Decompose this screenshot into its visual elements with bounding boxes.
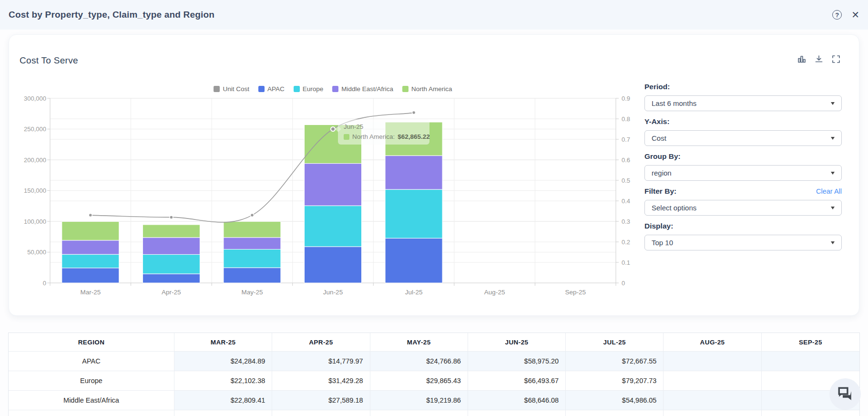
- table-row: APAC$24,284.89$14,779.97$24,766.86$58,97…: [9, 352, 859, 371]
- chart-controls: Period: Last 6 months Y-Axis: Cost Group…: [644, 83, 842, 257]
- svg-text:0.3: 0.3: [622, 218, 630, 225]
- value-cell: $14,779.97: [272, 352, 370, 371]
- line-point: [89, 214, 92, 217]
- svg-text:Sep-25: Sep-25: [565, 289, 586, 296]
- display-label: Display:: [644, 222, 673, 230]
- bar-segment: [305, 164, 362, 206]
- y-axis-group: Y-Axis: Cost: [644, 117, 842, 146]
- column-header: APR-25: [272, 333, 370, 352]
- close-icon[interactable]: ✕: [851, 10, 859, 20]
- value-cell: $72,667.55: [566, 352, 664, 371]
- value-cell: [664, 391, 761, 410]
- bar-segment: [224, 221, 281, 237]
- cost-to-serve-card: Cost To Serve Unit CostAPACEuropeMiddle …: [9, 34, 859, 316]
- forum-chat-icon: [837, 386, 853, 402]
- column-header: MAY-25: [370, 333, 468, 352]
- value-cell: [762, 352, 859, 371]
- chart-toolbar: [797, 54, 841, 64]
- svg-text:200,000: 200,000: [24, 156, 46, 164]
- chart-type-icon[interactable]: [797, 54, 807, 64]
- table-header-row: REGIONMAR-25APR-25MAY-25JUN-25JUL-25AUG-…: [9, 333, 859, 352]
- period-select[interactable]: Last 6 months: [644, 95, 842, 111]
- cost-to-serve-chart[interactable]: 050,000100,000150,000200,000250,000300,0…: [15, 82, 644, 301]
- region-cell: Middle East/Africa: [9, 391, 174, 410]
- value-cell: $79,207.73: [566, 371, 664, 391]
- tooltip-series-swatch: [344, 134, 349, 140]
- fullscreen-icon[interactable]: [831, 54, 841, 64]
- value-cell: $66,493.67: [468, 371, 566, 391]
- region-cost-table: REGIONMAR-25APR-25MAY-25JUN-25JUL-25AUG-…: [8, 333, 860, 416]
- svg-text:0.5: 0.5: [622, 177, 630, 184]
- svg-text:Apr-25: Apr-25: [162, 289, 181, 296]
- chevron-down-icon: [831, 102, 835, 105]
- value-cell: $27,589.18: [272, 391, 370, 410]
- value-cell: $31,429.28: [272, 371, 370, 391]
- svg-text:300,000: 300,000: [24, 95, 46, 102]
- filter-by-label: Filter By:: [644, 187, 676, 196]
- svg-text:100,000: 100,000: [24, 218, 46, 225]
- tooltip-title: Jun-25: [344, 123, 424, 130]
- tooltip-value: $62,865.22: [398, 133, 430, 140]
- tooltip-series-label: North America:: [352, 133, 395, 140]
- filter-by-select[interactable]: Select options: [644, 200, 842, 216]
- value-cell: $68,646.08: [468, 391, 566, 410]
- bar-segment: [385, 189, 442, 238]
- period-group: Period: Last 6 months: [644, 83, 842, 111]
- svg-text:250,000: 250,000: [24, 125, 46, 133]
- svg-text:0.9: 0.9: [622, 95, 630, 102]
- value-cell: [370, 410, 468, 416]
- value-cell: $22,809.41: [174, 391, 272, 410]
- value-cell: $24,284.89: [174, 352, 272, 371]
- value-cell: $58,975.20: [468, 352, 566, 371]
- svg-text:0.1: 0.1: [622, 259, 630, 266]
- bar-segment: [224, 238, 281, 250]
- value-cell: [468, 410, 566, 416]
- value-cell: [566, 410, 664, 416]
- bar-segment: [224, 268, 281, 283]
- value-cell: [664, 352, 761, 371]
- svg-text:150,000: 150,000: [24, 187, 46, 194]
- group-by-label: Group By:: [644, 152, 681, 161]
- svg-text:0: 0: [43, 280, 46, 287]
- svg-text:Mar-25: Mar-25: [80, 289, 101, 296]
- svg-text:0.4: 0.4: [622, 198, 630, 205]
- chevron-down-icon: [831, 137, 835, 140]
- value-cell: $22,102.38: [174, 371, 272, 391]
- bar-segment: [143, 238, 200, 255]
- column-header: MAR-25: [174, 333, 272, 352]
- titlebar-actions: ? ✕: [832, 10, 859, 20]
- bar-segment: [62, 268, 119, 283]
- clear-all-link[interactable]: Clear All: [816, 187, 842, 195]
- value-cell: [664, 371, 761, 391]
- y-axis-label: Y-Axis:: [644, 117, 670, 126]
- tooltip-series-row: North America: $62,865.22: [344, 133, 424, 140]
- display-group: Display: Top 10: [644, 222, 842, 250]
- bar-segment: [143, 225, 200, 238]
- column-header: AUG-25: [664, 333, 761, 352]
- y-axis-select[interactable]: Cost: [644, 130, 842, 146]
- window-titlebar: Cost by Property_type, Claim_type and Re…: [0, 0, 868, 30]
- value-cell: $29,865.43: [370, 371, 468, 391]
- value-cell: [664, 410, 761, 416]
- svg-text:Jun-25: Jun-25: [323, 289, 343, 296]
- display-select[interactable]: Top 10: [644, 235, 842, 250]
- region-cell: Europe: [9, 371, 174, 391]
- stacked-bars: [62, 122, 442, 283]
- bar-segment: [62, 254, 119, 268]
- region-cell: [9, 410, 174, 416]
- help-icon[interactable]: ?: [832, 10, 842, 20]
- group-by-group: Group By: region: [644, 152, 842, 181]
- chevron-down-icon: [831, 172, 835, 175]
- value-cell: [762, 410, 859, 416]
- bar-segment: [305, 247, 362, 283]
- value-cell: $24,766.86: [370, 352, 468, 371]
- chevron-down-icon: [831, 241, 835, 244]
- bar-segment: [143, 274, 200, 283]
- table-row: Europe$22,102.38$31,429.28$29,865.43$66,…: [9, 371, 859, 391]
- bar-segment: [224, 250, 281, 268]
- bar-segment: [62, 221, 119, 240]
- download-icon[interactable]: [814, 54, 824, 64]
- group-by-select[interactable]: region: [644, 165, 842, 181]
- chat-button[interactable]: [829, 378, 861, 410]
- value-cell: $19,219.86: [370, 391, 468, 410]
